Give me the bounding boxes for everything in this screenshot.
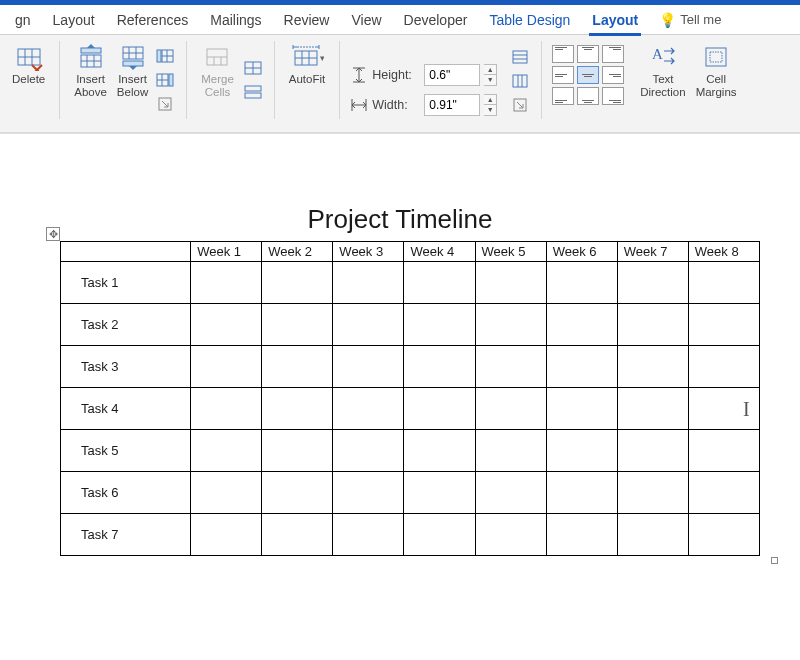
table-cell[interactable]	[191, 472, 262, 514]
table-cell[interactable]	[617, 304, 688, 346]
table-cell[interactable]	[617, 472, 688, 514]
table-cell[interactable]	[404, 388, 475, 430]
table-cell[interactable]	[475, 346, 546, 388]
table-cell[interactable]	[191, 388, 262, 430]
split-cells-button[interactable]	[242, 58, 264, 78]
table-cell[interactable]	[546, 472, 617, 514]
table-cell[interactable]	[262, 388, 333, 430]
table-cell[interactable]	[688, 346, 759, 388]
table-cell[interactable]	[404, 262, 475, 304]
table-cell[interactable]	[546, 346, 617, 388]
table-cell[interactable]	[404, 346, 475, 388]
cell-size-launcher[interactable]	[509, 95, 531, 115]
task-label-cell[interactable]: Task 1	[61, 262, 191, 304]
table-cell[interactable]	[475, 304, 546, 346]
document-area[interactable]: Project Timeline ✥ Week 1Week 2Week 3Wee…	[0, 133, 800, 660]
task-label-cell[interactable]: Task 7	[61, 514, 191, 556]
table-cell[interactable]	[191, 346, 262, 388]
insert-below-button[interactable]: Insert Below	[113, 41, 152, 101]
table-cell[interactable]	[546, 304, 617, 346]
width-input[interactable]	[424, 94, 480, 116]
table-cell[interactable]	[404, 304, 475, 346]
table-cell[interactable]	[333, 472, 404, 514]
table-cell[interactable]	[404, 514, 475, 556]
table-cell[interactable]	[191, 514, 262, 556]
doc-title[interactable]: Project Timeline	[30, 204, 770, 235]
insert-above-button[interactable]: Insert Above	[70, 41, 111, 101]
insert-right-button[interactable]	[154, 70, 176, 90]
table-corner-cell[interactable]	[61, 242, 191, 262]
table-cell[interactable]	[688, 262, 759, 304]
table-cell[interactable]	[475, 472, 546, 514]
table-cell[interactable]	[617, 262, 688, 304]
table-cell[interactable]	[617, 346, 688, 388]
align-center-center[interactable]	[577, 66, 599, 84]
table-header-cell[interactable]: Week 2	[262, 242, 333, 262]
table-header-cell[interactable]: Week 3	[333, 242, 404, 262]
table-cell[interactable]	[333, 430, 404, 472]
table-resize-handle[interactable]	[771, 557, 778, 564]
table-cell[interactable]	[333, 304, 404, 346]
tell-me[interactable]: 💡 Tell me	[649, 12, 731, 28]
table-cell[interactable]	[688, 304, 759, 346]
tab-review[interactable]: Review	[273, 5, 341, 35]
table-header-cell[interactable]: Week 8	[688, 242, 759, 262]
tab-table-layout[interactable]: Layout	[581, 5, 649, 35]
task-label-cell[interactable]: Task 6	[61, 472, 191, 514]
text-direction-button[interactable]: A Text Direction	[636, 41, 689, 101]
table-cell[interactable]	[191, 304, 262, 346]
table-cell[interactable]	[546, 262, 617, 304]
table-header-cell[interactable]: Week 1	[191, 242, 262, 262]
table-move-handle[interactable]: ✥	[46, 227, 60, 241]
insert-launcher[interactable]	[154, 94, 176, 114]
table-cell[interactable]	[262, 346, 333, 388]
table-cell[interactable]	[262, 430, 333, 472]
table-cell[interactable]	[262, 262, 333, 304]
align-center-right[interactable]	[602, 66, 624, 84]
project-timeline-table[interactable]: Week 1Week 2Week 3Week 4Week 5Week 6Week…	[60, 241, 760, 556]
table-cell[interactable]	[191, 262, 262, 304]
table-cell[interactable]	[333, 388, 404, 430]
table-cell[interactable]	[262, 472, 333, 514]
table-cell[interactable]	[333, 514, 404, 556]
align-top-center[interactable]	[577, 45, 599, 63]
table-cell[interactable]	[475, 262, 546, 304]
table-header-cell[interactable]: Week 6	[546, 242, 617, 262]
autofit-button[interactable]: ▾ AutoFit	[285, 41, 329, 88]
table-cell[interactable]	[262, 514, 333, 556]
table-cell[interactable]	[475, 514, 546, 556]
table-cell[interactable]	[333, 346, 404, 388]
delete-button[interactable]: Delete	[8, 41, 49, 88]
height-spinner[interactable]: ▲▼	[484, 64, 497, 86]
tab-references[interactable]: References	[106, 5, 200, 35]
tab-view[interactable]: View	[340, 5, 392, 35]
table-cell[interactable]	[617, 388, 688, 430]
height-input[interactable]	[424, 64, 480, 86]
table-cell[interactable]	[617, 430, 688, 472]
table-cell[interactable]	[404, 472, 475, 514]
table-cell[interactable]	[546, 514, 617, 556]
align-bottom-center[interactable]	[577, 87, 599, 105]
distribute-rows-button[interactable]	[509, 47, 531, 67]
merge-cells-button[interactable]: Merge Cells	[197, 41, 238, 101]
tab-mailings[interactable]: Mailings	[199, 5, 272, 35]
insert-left-button[interactable]	[154, 46, 176, 66]
table-cell[interactable]	[475, 430, 546, 472]
table-cell[interactable]	[191, 430, 262, 472]
task-label-cell[interactable]: Task 3	[61, 346, 191, 388]
align-center-left[interactable]	[552, 66, 574, 84]
table-header-cell[interactable]: Week 5	[475, 242, 546, 262]
table-cell[interactable]	[617, 514, 688, 556]
table-cell[interactable]	[262, 304, 333, 346]
table-header-cell[interactable]: Week 4	[404, 242, 475, 262]
task-label-cell[interactable]: Task 2	[61, 304, 191, 346]
table-cell[interactable]	[404, 430, 475, 472]
task-label-cell[interactable]: Task 4	[61, 388, 191, 430]
table-cell[interactable]	[546, 388, 617, 430]
tab-developer[interactable]: Developer	[393, 5, 479, 35]
align-top-right[interactable]	[602, 45, 624, 63]
table-cell[interactable]	[688, 472, 759, 514]
align-top-left[interactable]	[552, 45, 574, 63]
align-bottom-right[interactable]	[602, 87, 624, 105]
table-cell[interactable]	[688, 514, 759, 556]
